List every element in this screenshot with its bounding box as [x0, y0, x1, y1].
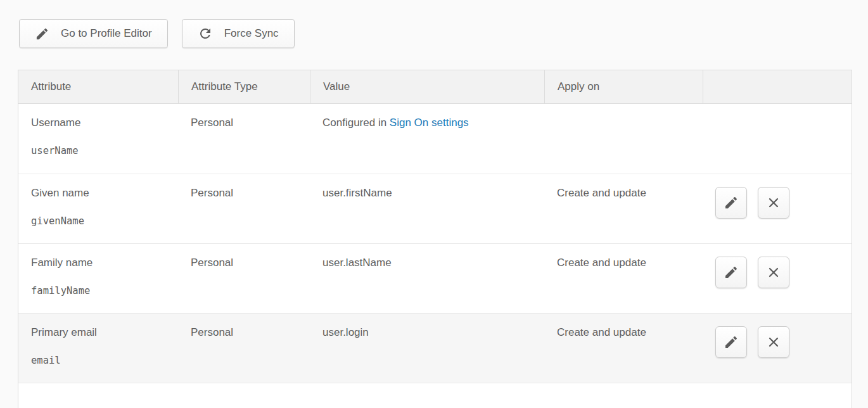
attribute-type-cell: Personal: [178, 174, 310, 243]
attribute-cell: Username userName: [18, 104, 178, 174]
attribute-label: Family name: [31, 257, 172, 269]
attribute-label: Primary email: [31, 326, 172, 339]
force-sync-label: Force Sync: [224, 27, 279, 40]
attribute-variable-name: email: [31, 355, 172, 366]
actions-cell: [703, 104, 852, 174]
pencil-icon: [724, 335, 739, 350]
attribute-cell: Family name familyName: [18, 243, 178, 313]
apply-on-cell: Create and update: [544, 243, 703, 313]
apply-on-column-header: Apply on: [544, 70, 703, 104]
close-icon: [766, 195, 781, 210]
value-cell: user.lastName: [310, 243, 544, 313]
remove-attribute-button[interactable]: [758, 187, 789, 219]
edit-attribute-button[interactable]: [715, 257, 747, 288]
attribute-variable-name: givenName: [31, 215, 172, 227]
table-row: Given name givenName Personal user.first…: [18, 174, 852, 243]
edit-attribute-button[interactable]: [715, 326, 747, 358]
sign-on-settings-link[interactable]: Sign On settings: [390, 117, 469, 129]
table-row-partial: [18, 383, 852, 408]
apply-on-cell: Create and update: [544, 313, 703, 383]
pencil-icon: [724, 265, 739, 280]
attribute-label: Given name: [31, 187, 172, 200]
remove-attribute-button[interactable]: [758, 257, 789, 288]
force-sync-button[interactable]: Force Sync: [182, 19, 295, 48]
table-row: Family name familyName Personal user.las…: [18, 243, 852, 313]
attribute-type-cell: Personal: [178, 104, 310, 174]
table-row: Primary email email Personal user.login …: [18, 313, 852, 383]
table-header-row: Attribute Attribute Type Value Apply on: [18, 70, 852, 104]
edit-attribute-button[interactable]: [715, 187, 747, 219]
value-cell: user.firstName: [310, 174, 544, 243]
go-to-profile-editor-button[interactable]: Go to Profile Editor: [19, 19, 168, 48]
attribute-label: Username: [31, 117, 172, 129]
empty-row-cell: [18, 383, 852, 408]
close-icon: [766, 335, 781, 350]
value-cell: user.login: [310, 313, 544, 383]
pencil-icon: [724, 195, 739, 210]
actions-cell: [703, 313, 852, 383]
value-cell: Configured in Sign On settings: [310, 104, 544, 174]
value-column-header: Value: [310, 70, 544, 104]
actions-cell: [703, 243, 852, 313]
row-actions: [715, 257, 845, 288]
actions-column-header: [703, 70, 852, 104]
apply-on-cell: Create and update: [544, 174, 703, 243]
apply-on-cell: [544, 104, 703, 174]
row-actions: [715, 326, 845, 358]
attribute-cell: Primary email email: [18, 313, 178, 383]
row-actions: [715, 187, 845, 219]
toolbar: Go to Profile Editor Force Sync: [19, 19, 868, 48]
attribute-type-cell: Personal: [178, 313, 310, 383]
attribute-variable-name: userName: [31, 145, 172, 156]
actions-cell: [703, 174, 852, 243]
go-to-profile-editor-label: Go to Profile Editor: [61, 27, 152, 40]
attribute-column-header: Attribute: [18, 70, 178, 104]
attribute-type-column-header: Attribute Type: [178, 70, 310, 104]
pencil-icon: [35, 27, 49, 41]
attribute-type-cell: Personal: [178, 243, 310, 313]
close-icon: [766, 265, 781, 280]
attribute-cell: Given name givenName: [18, 174, 178, 243]
refresh-icon: [198, 26, 213, 41]
table-row: Username userName Personal Configured in…: [18, 104, 852, 174]
attribute-mapping-table: Attribute Attribute Type Value Apply on …: [18, 70, 852, 408]
remove-attribute-button[interactable]: [758, 326, 789, 358]
value-text: Configured in: [322, 117, 390, 129]
attribute-variable-name: familyName: [31, 285, 172, 296]
